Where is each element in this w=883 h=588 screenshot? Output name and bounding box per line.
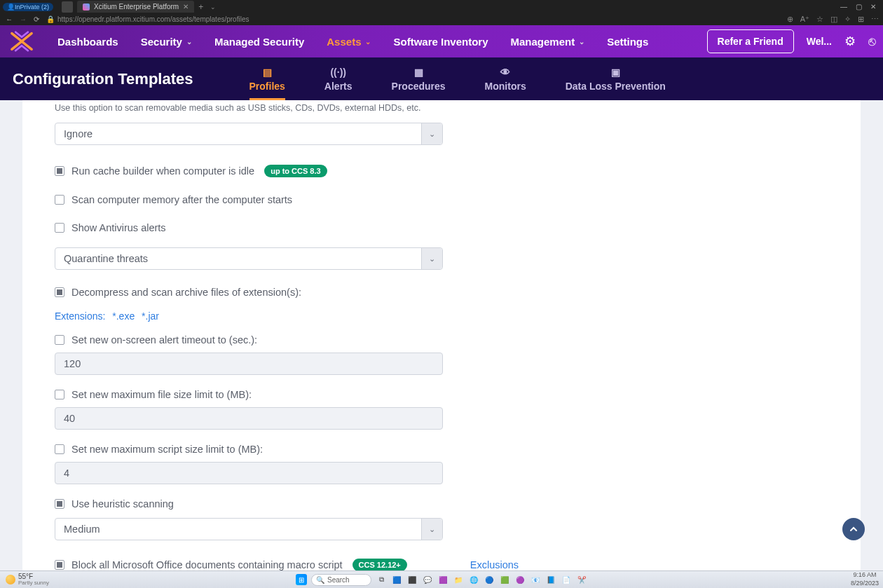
minimize-icon[interactable]: — — [840, 3, 847, 11]
chevron-down-icon: ⌄ — [186, 38, 192, 46]
url-field[interactable]: 🔒https://openedr.platform.xcitium.com/as… — [46, 15, 249, 23]
app-icon-4[interactable]: 🟪 — [437, 574, 449, 585]
logout-icon[interactable]: ⎋ — [868, 34, 876, 49]
workspace-icon[interactable] — [62, 1, 73, 13]
sub-tabs: ▤ Profiles ((·)) Alerts ▦ Procedures 👁 M… — [249, 66, 666, 92]
checkbox-decompress[interactable] — [55, 287, 64, 297]
close-window-icon[interactable]: ✕ — [870, 3, 876, 11]
new-tab-button[interactable]: + — [196, 2, 206, 12]
taskbar[interactable]: 55°F Partly sunny ⊞ 🔍Search ⧉ 🟦 ⬛ 💬 🟪 📁 … — [0, 570, 883, 588]
script-size-input[interactable]: 4 — [55, 462, 443, 484]
tab-alerts[interactable]: ((·)) Alerts — [324, 66, 352, 92]
more-icon[interactable]: ⋯ — [871, 15, 879, 24]
app-icon-5[interactable]: 📁 — [453, 574, 464, 585]
extensions-label[interactable]: Extensions: — [55, 310, 105, 322]
maximize-icon[interactable]: ▢ — [856, 3, 862, 11]
tab-monitors[interactable]: 👁 Monitors — [485, 66, 526, 92]
heuristic-level-select[interactable]: Medium ⌄ — [55, 518, 443, 540]
settings-panel: Use this option to scan removable media … — [22, 100, 861, 570]
browser-titlebar: 👤 InPrivate (2) Xcitium Enterprise Platf… — [0, 0, 883, 13]
tab-dlp[interactable]: ▣ Data Loss Prevention — [566, 66, 666, 92]
scroll-to-top-button[interactable] — [842, 518, 865, 540]
label-av-alerts: Show Antivirus alerts — [71, 222, 166, 233]
exclusions-link[interactable]: Exclusions — [470, 559, 519, 570]
word-icon[interactable]: 📘 — [545, 574, 556, 585]
chevron-down-icon: ⌄ — [421, 248, 442, 269]
checkbox-av-alerts[interactable] — [55, 223, 64, 233]
page-title: Configuration Templates — [13, 70, 193, 88]
system-tray[interactable]: 9:16 AM 8/29/2023 — [851, 572, 879, 587]
top-nav: Dashboards Security⌄ Managed Security As… — [0, 25, 883, 57]
app-icon-6[interactable]: 🟩 — [499, 574, 510, 585]
refresh-button[interactable]: ⟳ — [34, 15, 39, 23]
label-script-size: Set new maximum script size limit to (MB… — [71, 444, 263, 455]
brand-logo[interactable] — [7, 28, 36, 55]
file-size-input[interactable]: 40 — [55, 407, 443, 430]
welcome-label[interactable]: Wel... — [807, 36, 832, 47]
content-scroll[interactable]: Use this option to scan removable media … — [0, 100, 883, 570]
tab-favicon — [83, 4, 90, 11]
checkbox-scan-memory[interactable] — [55, 195, 64, 205]
split-icon[interactable]: ◫ — [830, 15, 837, 24]
tab-menu-icon[interactable]: ⌄ — [207, 4, 219, 11]
app-icon-3[interactable]: 💬 — [422, 574, 433, 585]
tab-procedures[interactable]: ▦ Procedures — [392, 66, 446, 92]
read-aloud-icon[interactable]: A⁺ — [800, 15, 809, 24]
profiles-icon: ▤ — [259, 66, 275, 78]
collections-icon[interactable]: ✧ — [844, 15, 851, 24]
monitors-icon: 👁 — [498, 66, 513, 78]
browser-tab[interactable]: Xcitium Enterprise Platform ✕ — [77, 1, 194, 13]
taskbar-search[interactable]: 🔍Search — [311, 574, 371, 586]
refer-friend-button[interactable]: Refer a Friend — [707, 29, 794, 53]
chevron-down-icon: ⌄ — [365, 38, 371, 46]
app-icon-7[interactable]: 📄 — [561, 574, 572, 585]
chevron-down-icon: ⌄ — [421, 123, 442, 144]
checkbox-cache-builder[interactable] — [55, 166, 64, 176]
extension-jar[interactable]: *.jar — [142, 310, 159, 322]
nav-managed-security[interactable]: Managed Security — [214, 36, 304, 48]
weather-widget[interactable]: 55°F Partly sunny — [0, 573, 55, 586]
removable-media-select[interactable]: Ignore ⌄ — [55, 123, 443, 145]
favorite-icon[interactable]: ☆ — [816, 15, 823, 24]
zoom-icon[interactable]: ⊕ — [787, 15, 793, 24]
edge-icon[interactable]: 🌐 — [468, 574, 479, 585]
app-icon-2[interactable]: ⬛ — [406, 574, 418, 585]
extension-icon[interactable]: ⊞ — [858, 15, 864, 24]
nav-dashboards[interactable]: Dashboards — [57, 36, 118, 48]
nav-assets[interactable]: Assets⌄ — [327, 36, 371, 48]
nav-security[interactable]: Security⌄ — [141, 36, 192, 48]
nav-software-inventory[interactable]: Software Inventory — [393, 36, 488, 48]
procedures-icon: ▦ — [411, 66, 426, 78]
outlook-icon[interactable]: 📧 — [530, 574, 541, 585]
gear-icon[interactable]: ⚙ — [844, 34, 856, 49]
alert-timeout-input[interactable]: 120 — [55, 353, 443, 375]
label-block-macro: Block all Microsoft Office documents con… — [71, 559, 343, 570]
dlp-icon: ▣ — [608, 66, 623, 78]
back-button[interactable]: ← — [6, 15, 13, 23]
browser-action-icons: ⊕ A⁺ ☆ ◫ ✧ ⊞ ⋯ — [787, 15, 879, 24]
checkbox-block-macro[interactable] — [55, 560, 64, 570]
start-button[interactable]: ⊞ — [296, 574, 307, 585]
checkbox-heuristic[interactable] — [55, 499, 64, 509]
extension-exe[interactable]: *.exe — [112, 310, 135, 322]
threat-action-select[interactable]: Quarantine threats ⌄ — [55, 247, 443, 270]
tab-profiles[interactable]: ▤ Profiles — [249, 66, 285, 92]
chrome-icon[interactable]: 🔵 — [484, 574, 495, 585]
checkbox-alert-timeout[interactable] — [55, 335, 64, 345]
teams-icon[interactable]: 🟣 — [514, 574, 526, 585]
app-icon-8[interactable]: ✂️ — [576, 574, 587, 585]
checkbox-file-size[interactable] — [55, 390, 64, 399]
badge-ccs-version: up to CCS 8.3 — [264, 165, 327, 177]
app-icon-1[interactable]: 🟦 — [391, 574, 402, 585]
task-view-icon[interactable]: ⧉ — [376, 574, 387, 585]
extensions-row: Extensions: *.exe *.jar — [55, 310, 828, 322]
forward-button: → — [20, 15, 27, 23]
close-tab-icon[interactable]: ✕ — [183, 3, 189, 11]
nav-settings[interactable]: Settings — [607, 36, 648, 48]
label-cache-builder: Run cache builder when computer is idle — [71, 165, 254, 177]
label-decompress: Decompress and scan archive files of ext… — [71, 287, 301, 298]
help-text: Use this option to scan removable media … — [55, 100, 828, 113]
checkbox-script-size[interactable] — [55, 444, 64, 454]
address-bar: ← → ⟳ 🔒https://openedr.platform.xcitium.… — [0, 13, 883, 25]
nav-management[interactable]: Management⌄ — [511, 36, 585, 48]
